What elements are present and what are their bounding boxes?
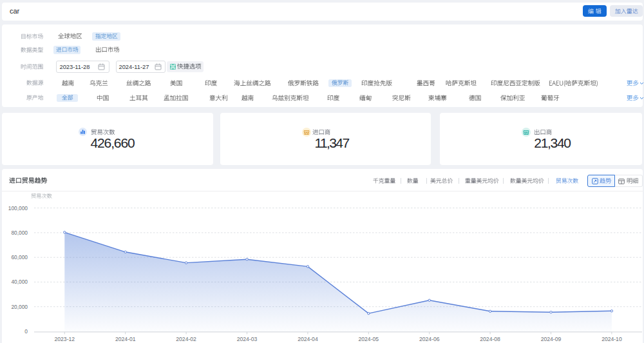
svg-text:2024-04: 2024-04 — [298, 336, 318, 342]
svg-text:60,000: 60,000 — [11, 254, 28, 260]
svg-text:2024-10: 2024-10 — [601, 336, 622, 342]
svg-text:2024-02: 2024-02 — [176, 336, 196, 342]
svg-text:40,000: 40,000 — [11, 279, 28, 285]
svg-text:2024-09: 2024-09 — [541, 336, 562, 342]
svg-text:2024-03: 2024-03 — [237, 336, 258, 342]
svg-text:20,000: 20,000 — [11, 304, 28, 310]
svg-text:2024-06: 2024-06 — [419, 336, 440, 342]
svg-text:0: 0 — [24, 328, 28, 335]
svg-text:2024-05: 2024-05 — [359, 336, 379, 342]
svg-text:2024-08: 2024-08 — [480, 336, 500, 342]
svg-text:2023-12: 2023-12 — [55, 336, 75, 342]
svg-text:80,000: 80,000 — [11, 230, 28, 236]
svg-text:100,000: 100,000 — [8, 205, 28, 211]
svg-text:2024-01: 2024-01 — [115, 336, 136, 342]
